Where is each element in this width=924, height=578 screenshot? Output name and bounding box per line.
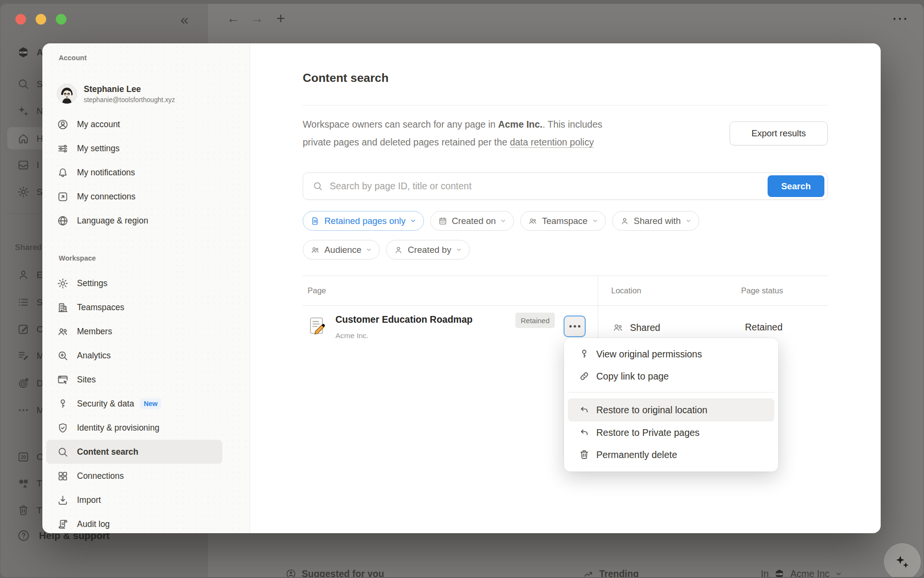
new-badge: New <box>140 398 162 409</box>
undo-icon <box>578 404 590 416</box>
sidebar-item-teamspaces[interactable]: Teamspaces <box>46 295 222 319</box>
sidebar-item-my-settings[interactable]: My settings <box>46 136 222 160</box>
sidebar-page-item[interactable]: M <box>17 349 44 362</box>
list-icon <box>17 296 30 309</box>
sliders-icon <box>57 143 69 155</box>
shared-section-label: Shared <box>15 243 42 252</box>
filter-teamspace[interactable]: Teamspace <box>520 211 606 231</box>
search-icon <box>312 181 323 192</box>
filter-audience[interactable]: Audience <box>303 240 380 260</box>
menu-item-restore-original-location[interactable]: Restore to original location <box>568 398 774 421</box>
sidebar-teamspace-item[interactable]: E <box>17 268 43 281</box>
filter-shared-with[interactable]: Shared with <box>612 211 699 231</box>
filter-label: Shared with <box>634 216 681 226</box>
filter-created-on[interactable]: Created on <box>430 211 514 231</box>
sidebar-item-my-connections[interactable]: My connections <box>46 184 222 209</box>
menu-label: Restore to original location <box>596 405 707 416</box>
sidebar-item-ai[interactable]: N <box>17 105 43 118</box>
sidebar-item-settings[interactable]: S <box>17 185 43 198</box>
compose-icon <box>17 323 30 336</box>
new-tab-icon[interactable]: + <box>276 11 285 26</box>
sidebar-page-item[interactable]: C <box>17 323 43 336</box>
workspace-filter[interactable]: In Acme Inc <box>761 568 842 577</box>
sidebar-item-members[interactable]: Members <box>46 319 222 343</box>
account-user[interactable]: Stephanie Lee stephanie@toolsforthought.… <box>57 84 175 104</box>
ai-fab-button[interactable] <box>884 543 921 577</box>
sidebar-item-my-notifications[interactable]: My notifications <box>46 160 222 184</box>
sidebar-item-security-data[interactable]: Security & data New <box>46 392 222 416</box>
search-input[interactable]: Search by page ID, title or content <box>330 181 768 192</box>
inbox-icon <box>17 158 30 171</box>
trash-icon <box>17 504 30 517</box>
data-retention-policy-link[interactable]: data retention policy <box>510 137 594 147</box>
chevron-down-icon <box>500 218 506 224</box>
sidebar-collapse-icon[interactable]: « <box>180 13 189 27</box>
sidebar-item-content-search[interactable]: Content search <box>46 440 222 464</box>
tab-label: Suggested for you <box>302 568 384 577</box>
workspace-switcher[interactable]: A <box>17 46 43 59</box>
sidebar-item-calendar[interactable]: C <box>17 450 43 463</box>
sidebar-item-label: T <box>37 505 42 516</box>
filter-label: Teamspace <box>542 216 588 226</box>
minimize-button[interactable] <box>36 14 46 25</box>
people-icon <box>310 245 320 255</box>
menu-item-copy-link[interactable]: Copy link to page <box>568 365 774 387</box>
item-label: Audit log <box>77 519 110 529</box>
page-title-cell[interactable]: Customer Education Roadmap <box>335 314 473 325</box>
content-search-panel: Content search Workspace owners can sear… <box>250 43 881 533</box>
table-header-border <box>303 305 828 306</box>
menu-item-restore-private-pages[interactable]: Restore to Private pages <box>568 421 774 444</box>
sidebar-item-inbox[interactable]: I <box>17 158 39 171</box>
export-results-button[interactable]: Export results <box>730 121 828 145</box>
item-label: Sites <box>77 375 96 385</box>
sidebar-item-search[interactable]: S <box>17 78 43 91</box>
chevron-down-icon <box>835 570 842 577</box>
location-value: Shared <box>630 322 660 333</box>
sidebar-item-connections[interactable]: Connections <box>46 464 222 488</box>
tab-suggested-for-you[interactable]: Suggested for you <box>285 568 384 577</box>
filter-created-by[interactable]: Created by <box>386 240 470 260</box>
sidebar-item-trash[interactable]: T <box>17 504 42 517</box>
close-button[interactable] <box>15 14 26 25</box>
page-workspace-cell: Acme Inc. <box>335 331 369 340</box>
sidebar-item-home[interactable]: H <box>17 132 43 145</box>
search-bar[interactable]: Search by page ID, title or content Sear… <box>303 172 828 200</box>
sidebar-item-analytics[interactable]: Analytics <box>46 343 222 368</box>
people-icon <box>57 326 69 338</box>
menu-item-permanently-delete[interactable]: Permanently delete <box>568 444 774 466</box>
column-header-location: Location <box>611 286 641 295</box>
zoom-button[interactable] <box>56 14 66 25</box>
filter-label: Audience <box>324 245 361 255</box>
sidebar-item-audit-log[interactable]: Audit log <box>46 512 222 533</box>
target-icon <box>17 377 30 390</box>
account-section-label: Account <box>59 54 87 62</box>
sidebar-item-identity-provisioning[interactable]: Identity & provisioning <box>46 416 222 440</box>
trending-icon <box>583 568 594 577</box>
column-header-page-status: Page status <box>741 286 783 295</box>
location-cell: Shared <box>612 322 660 333</box>
column-header-page: Page <box>308 286 326 295</box>
back-icon[interactable]: ← <box>227 12 240 25</box>
chevron-down-icon <box>685 218 692 224</box>
sidebar-item-templates[interactable]: T <box>17 477 42 490</box>
filter-retained-pages-only[interactable]: Retained pages only <box>303 211 424 231</box>
sidebar-item-import[interactable]: Import <box>46 488 222 512</box>
sidebar-page-item[interactable]: D <box>17 377 43 390</box>
title-divider <box>303 105 828 105</box>
row-more-button[interactable] <box>564 315 586 337</box>
menu-item-view-original-permissions[interactable]: View original permissions <box>568 343 774 365</box>
sidebar-item-language-region[interactable]: Language & region <box>46 209 222 233</box>
sidebar-more-item[interactable]: M <box>17 404 44 417</box>
window-more-icon[interactable]: ⋯ <box>892 10 909 26</box>
browser-cursor-icon <box>57 374 69 386</box>
item-label: My notifications <box>77 168 135 178</box>
item-label: Identity & provisioning <box>77 423 159 433</box>
sidebar-item-my-account[interactable]: My account <box>46 112 222 136</box>
sidebar-page-item[interactable]: S <box>17 296 43 309</box>
search-button[interactable]: Search <box>768 175 824 197</box>
sidebar-item-sites[interactable]: Sites <box>46 368 222 392</box>
tab-trending[interactable]: Trending <box>583 568 639 577</box>
item-label: My account <box>77 119 120 130</box>
sidebar-item-ws-settings[interactable]: Settings <box>46 271 222 295</box>
forward-icon[interactable]: → <box>250 12 263 25</box>
